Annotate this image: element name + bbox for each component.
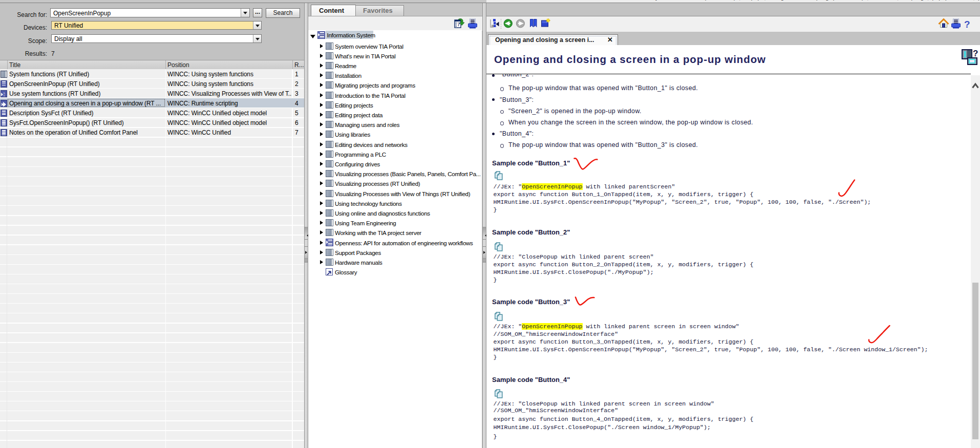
svg-text:2.: 2.	[4, 95, 6, 97]
svg-text:?: ?	[973, 49, 978, 58]
svg-text:?: ?	[457, 21, 460, 27]
svg-text:?: ?	[964, 19, 970, 30]
